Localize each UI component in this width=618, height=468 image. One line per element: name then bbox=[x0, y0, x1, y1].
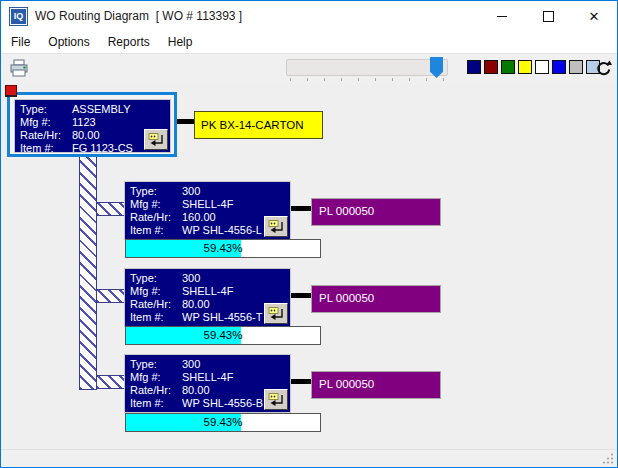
field-label: Mfg #: bbox=[130, 198, 182, 211]
node-detail-button[interactable] bbox=[264, 389, 288, 410]
field-label: Rate/Hr: bbox=[130, 211, 182, 224]
field-label: Type: bbox=[130, 272, 182, 285]
app-icon: IQ bbox=[9, 7, 28, 26]
op2-mfg: SHELL-4F bbox=[182, 285, 233, 297]
menu-options[interactable]: Options bbox=[40, 33, 97, 51]
field-label: Type: bbox=[130, 185, 182, 198]
color-palette bbox=[467, 60, 600, 74]
field-label: Rate/Hr: bbox=[130, 298, 182, 311]
toolbar bbox=[1, 53, 617, 84]
zoom-slider[interactable] bbox=[286, 59, 448, 76]
color-swatch-blue[interactable] bbox=[552, 60, 566, 74]
op1-item: WP SHL-4556-L bbox=[182, 224, 262, 236]
window-title: WO Routing Diagram [ WO # 113393 ] bbox=[35, 9, 242, 23]
op3-type: 300 bbox=[182, 358, 200, 370]
routing-link-icon bbox=[268, 220, 284, 233]
resize-grip[interactable] bbox=[603, 453, 614, 464]
operation-node-3[interactable]: Type:300 Mfg #:SHELL-4F Rate/Hr:80.00 It… bbox=[124, 354, 291, 413]
op3-mfg: SHELL-4F bbox=[182, 371, 233, 383]
field-label: Mfg #: bbox=[130, 285, 182, 298]
routing-link-icon bbox=[268, 393, 284, 406]
op3-item: WP SHL-4556-B bbox=[182, 397, 263, 409]
maximize-icon bbox=[543, 11, 554, 22]
refresh-button[interactable] bbox=[595, 60, 612, 81]
branch-stub-3 bbox=[96, 375, 126, 389]
app-window: IQ WO Routing Diagram [ WO # 113393 ] ✕ … bbox=[0, 0, 618, 468]
color-swatch-yellow[interactable] bbox=[518, 60, 532, 74]
close-button[interactable]: ✕ bbox=[571, 1, 617, 31]
zoom-slider-ticks bbox=[290, 78, 448, 81]
branch-stub-1 bbox=[96, 202, 126, 216]
op1-mfg: SHELL-4F bbox=[182, 198, 233, 210]
work-center-box-3[interactable]: PL 000050 bbox=[311, 371, 441, 399]
color-swatch-green[interactable] bbox=[501, 60, 515, 74]
menu-bar: File Options Reports Help bbox=[1, 31, 617, 53]
field-label: Mfg #: bbox=[130, 371, 182, 384]
op1-type: 300 bbox=[182, 185, 200, 197]
link-child-1 bbox=[291, 206, 311, 211]
color-swatch-navy[interactable] bbox=[467, 60, 481, 74]
op2-type: 300 bbox=[182, 272, 200, 284]
root-rate: 80.00 bbox=[72, 129, 100, 141]
menu-help[interactable]: Help bbox=[160, 33, 201, 51]
node-detail-button[interactable] bbox=[144, 129, 168, 150]
color-swatch-gray[interactable] bbox=[569, 60, 583, 74]
routing-trunk-connector bbox=[79, 152, 97, 390]
link-child-2 bbox=[291, 293, 311, 298]
progress-label: 59.43% bbox=[126, 327, 320, 344]
routing-link-icon bbox=[148, 133, 164, 146]
operation-node-2[interactable]: Type:300 Mfg #:SHELL-4F Rate/Hr:80.00 It… bbox=[124, 268, 291, 327]
selection-rectangle: Type:ASSEMBLY Mfg #:1123 Rate/Hr:80.00 I… bbox=[7, 92, 177, 157]
title-bar[interactable]: IQ WO Routing Diagram [ WO # 113393 ] ✕ bbox=[1, 1, 617, 31]
progress-label: 59.43% bbox=[126, 240, 320, 257]
root-item: FG 1123-CS bbox=[72, 142, 133, 153]
op2-rate: 80.00 bbox=[182, 298, 210, 310]
field-label: Type: bbox=[130, 358, 182, 371]
progress-bar-3: 59.43% bbox=[125, 413, 321, 432]
work-center-box-2[interactable]: PL 000050 bbox=[311, 285, 441, 313]
status-bar bbox=[1, 449, 617, 467]
op2-item: WP SHL-4556-T bbox=[182, 311, 263, 323]
routing-canvas: Type:ASSEMBLY Mfg #:1123 Rate/Hr:80.00 I… bbox=[1, 83, 617, 450]
field-label: Type: bbox=[20, 103, 72, 116]
alert-flag-icon bbox=[5, 85, 17, 97]
menu-reports[interactable]: Reports bbox=[100, 33, 158, 51]
field-label: Item #: bbox=[130, 224, 182, 237]
field-label: Item #: bbox=[20, 142, 72, 153]
branch-stub-2 bbox=[96, 289, 126, 303]
work-order-node-root[interactable]: Type:ASSEMBLY Mfg #:1123 Rate/Hr:80.00 I… bbox=[14, 99, 171, 153]
refresh-icon bbox=[595, 60, 612, 77]
link-child-3 bbox=[291, 379, 311, 384]
node-detail-button[interactable] bbox=[264, 303, 288, 324]
color-swatch-maroon[interactable] bbox=[484, 60, 498, 74]
print-button[interactable] bbox=[9, 59, 29, 82]
op3-rate: 80.00 bbox=[182, 384, 210, 396]
menu-file[interactable]: File bbox=[3, 33, 38, 51]
node-detail-button[interactable] bbox=[264, 216, 288, 237]
work-center-box-1[interactable]: PL 000050 bbox=[311, 198, 441, 226]
routing-link-icon bbox=[268, 307, 284, 320]
color-swatch-white[interactable] bbox=[535, 60, 549, 74]
progress-bar-2: 59.43% bbox=[125, 326, 321, 345]
operation-node-1[interactable]: Type:300 Mfg #:SHELL-4F Rate/Hr:160.00 I… bbox=[124, 181, 291, 240]
minimize-button[interactable] bbox=[479, 1, 525, 31]
close-icon: ✕ bbox=[589, 9, 600, 24]
root-mfg: 1123 bbox=[72, 116, 96, 128]
progress-bar-1: 59.43% bbox=[125, 239, 321, 258]
maximize-button[interactable] bbox=[525, 1, 571, 31]
field-label: Item #: bbox=[130, 397, 182, 410]
root-type: ASSEMBLY bbox=[72, 103, 131, 115]
op1-rate: 160.00 bbox=[182, 211, 216, 223]
field-label: Item #: bbox=[130, 311, 182, 324]
field-label: Rate/Hr: bbox=[20, 129, 72, 142]
minimize-icon bbox=[497, 16, 507, 17]
field-label: Rate/Hr: bbox=[130, 384, 182, 397]
material-box-root[interactable]: PK BX-14-CARTON bbox=[194, 111, 323, 139]
printer-icon bbox=[9, 59, 29, 78]
progress-label: 59.43% bbox=[126, 414, 320, 431]
field-label: Mfg #: bbox=[20, 116, 72, 129]
